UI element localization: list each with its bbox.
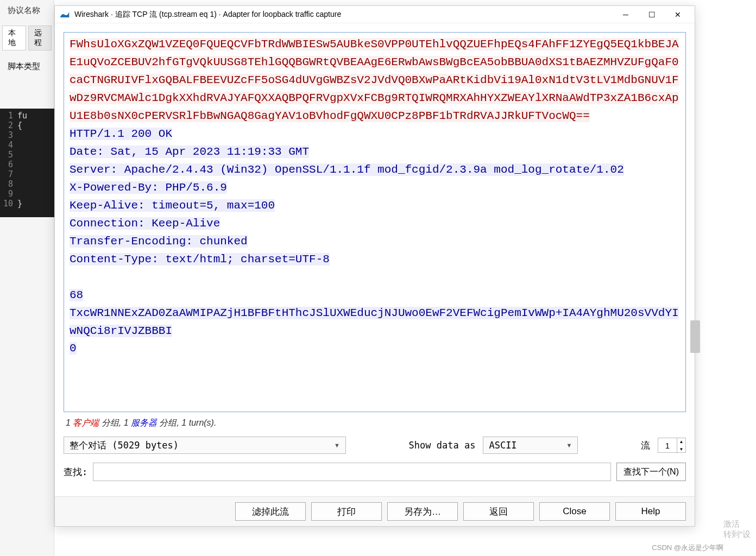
find-next-button[interactable]: 查找下一个(N) bbox=[616, 463, 686, 481]
chevron-down-icon: ▼ bbox=[334, 442, 340, 448]
minimize-button[interactable]: ─ bbox=[613, 7, 638, 23]
print-button[interactable]: 打印 bbox=[311, 502, 382, 521]
tab-remote[interactable]: 远程 bbox=[28, 26, 52, 50]
stream-number-spinner[interactable]: ▲ ▼ bbox=[658, 438, 686, 453]
response-line: X-Powered-By: PHP/5.6.9 bbox=[70, 181, 227, 194]
window-controls: ─ ☐ ✕ bbox=[613, 7, 690, 23]
stats-line: 1 客户端 分组, 1 服务器 分组, 1 turn(s). bbox=[64, 412, 686, 431]
spin-down-button[interactable]: ▼ bbox=[677, 446, 685, 453]
tcp-stream-content[interactable]: FWhsUloXGxZQW1VZEQ0FQUEQCVFbTRdWWBIESw5A… bbox=[64, 32, 686, 412]
code-editor-bg: 1fu 2{ 3 4 5 6 7 8 9 10} bbox=[0, 109, 54, 217]
stream-label: 流 bbox=[641, 439, 650, 452]
wireshark-icon bbox=[59, 9, 70, 20]
filter-out-stream-button[interactable]: 滤掉此流 bbox=[235, 502, 306, 521]
save-as-button[interactable]: 另存为… bbox=[387, 502, 458, 521]
response-line: Keep-Alive: timeout=5, max=100 bbox=[70, 199, 275, 212]
response-body-line: TxcWR1NNExZAD0ZaAWMIPAZjH1BFBFtHThcJSlUX… bbox=[70, 307, 679, 337]
titlebar: Wireshark · 追踪 TCP 流 (tcp.stream eq 1) ·… bbox=[55, 6, 695, 23]
controls-row: 整个对话 (5029 bytes) ▼ Show data as ASCII ▼… bbox=[64, 431, 686, 459]
response-line: Date: Sat, 15 Apr 2023 11:19:33 GMT bbox=[70, 146, 309, 158]
wireshark-follow-tcp-dialog: Wireshark · 追踪 TCP 流 (tcp.stream eq 1) ·… bbox=[54, 5, 695, 527]
server-label: 服务器 bbox=[131, 418, 157, 427]
request-data: FWhsUloXGxZQW1VZEQ0FQUEQCVFbTRdWWBIESw5A… bbox=[70, 38, 679, 122]
script-type-label: 脚本类型 bbox=[0, 55, 54, 78]
spin-up-button[interactable]: ▲ bbox=[677, 438, 685, 446]
response-line: Server: Apache/2.4.43 (Win32) OpenSSL/1.… bbox=[70, 163, 624, 176]
response-line: Connection: Keep-Alive bbox=[70, 217, 220, 230]
find-input[interactable] bbox=[93, 463, 611, 481]
find-row: 查找: 查找下一个(N) bbox=[64, 459, 686, 488]
client-label: 客户端 bbox=[73, 418, 99, 427]
find-label: 查找: bbox=[64, 466, 87, 478]
background-panel: 协议名称 本地 远程 脚本类型 bbox=[0, 0, 54, 556]
stream-number-input[interactable] bbox=[658, 438, 677, 452]
conversation-combo[interactable]: 整个对话 (5029 bytes) ▼ bbox=[64, 437, 346, 454]
response-body-line: 68 bbox=[70, 289, 83, 301]
windows-activation-watermark: 激活 转到"设 bbox=[723, 519, 751, 540]
maximize-button[interactable]: ☐ bbox=[639, 7, 664, 23]
show-as-label: Show data as bbox=[409, 440, 476, 451]
dialog-content: FWhsUloXGxZQW1VZEQ0FQUEQCVFbTRdWWBIESw5A… bbox=[55, 23, 695, 496]
window-title: Wireshark · 追踪 TCP 流 (tcp.stream eq 1) ·… bbox=[74, 10, 613, 20]
button-bar: 滤掉此流 打印 另存为… 返回 Close Help bbox=[55, 496, 695, 526]
chevron-down-icon: ▼ bbox=[566, 442, 572, 448]
close-dialog-button[interactable]: Close bbox=[539, 502, 610, 521]
bg-tabs: 本地 远程 bbox=[0, 21, 54, 55]
response-body-line: 0 bbox=[70, 342, 77, 355]
show-as-combo[interactable]: ASCII ▼ bbox=[483, 437, 578, 454]
scrollbar-thumb[interactable] bbox=[690, 320, 700, 353]
response-line: Transfer-Encoding: chunked bbox=[70, 235, 248, 248]
back-button[interactable]: 返回 bbox=[463, 502, 534, 521]
help-button[interactable]: Help bbox=[615, 502, 686, 521]
protocol-name-label: 协议名称 bbox=[0, 0, 54, 21]
csdn-watermark: CSDN @永远是少年啊 bbox=[652, 543, 723, 553]
response-line: Content-Type: text/html; charset=UTF-8 bbox=[70, 253, 330, 266]
close-button[interactable]: ✕ bbox=[665, 7, 690, 23]
response-line: HTTP/1.1 200 OK bbox=[70, 128, 172, 140]
tab-local[interactable]: 本地 bbox=[2, 26, 26, 50]
